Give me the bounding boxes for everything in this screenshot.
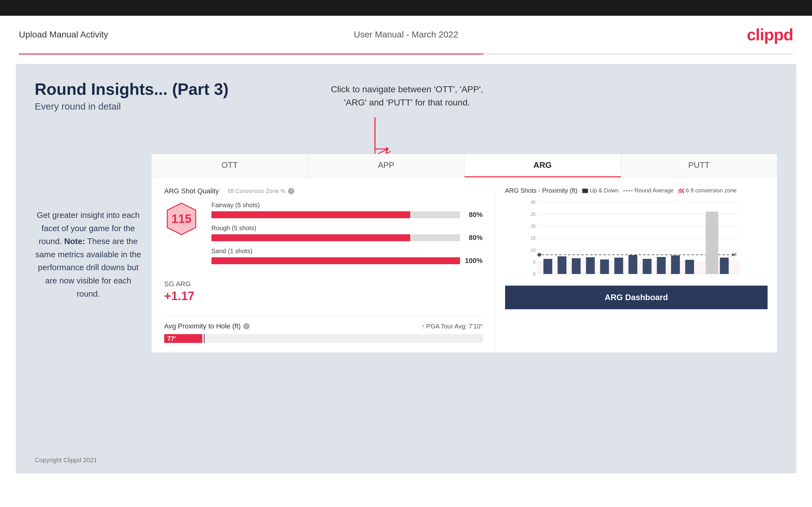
chart-area: 30 25 20 15 10 5 0 [505,199,768,281]
bar-row-rough: Rough (5 shots) 80% [211,225,483,242]
legend-up-down: Up & Down [582,187,618,194]
chart-title-label: ARG Shots - Proximity (ft) [505,187,577,194]
upload-manual-label: Upload Manual Activity [19,30,108,40]
proximity-chart: 30 25 20 15 10 5 0 [505,199,768,281]
svg-rect-28 [586,257,595,274]
svg-text:0: 0 [533,272,536,277]
hex-score: 115 [164,202,199,236]
proximity-bar-fill: 77' [164,334,202,343]
conversion-zone-label: 6ft Conversion Zone % [228,188,286,194]
bar-label-sand: Sand (1 shots) [211,247,483,255]
svg-text:5: 5 [533,260,536,265]
header-divider [19,54,793,54]
pga-avg: ↑ PGA Tour Avg: 7'10" [421,323,483,330]
svg-rect-32 [643,259,651,274]
sg-label: SG ARG [164,280,483,288]
arg-dashboard-button[interactable]: ARG Dashboard [505,286,768,309]
svg-text:30: 30 [530,200,536,205]
sg-value: +1.17 [164,289,483,303]
tab-arg[interactable]: ARG [464,154,621,177]
section-title-row: ARG Shot Quality 6ft Conversion Zone % ? [164,187,483,195]
hex-number: 115 [171,212,191,226]
tab-ott[interactable]: OTT [152,154,308,177]
svg-marker-2 [386,147,389,151]
proximity-cursor [204,334,204,343]
legend-up-down-label: Up & Down [590,187,618,194]
clippd-logo: clippd [747,25,793,44]
svg-rect-24 [706,212,718,274]
legend-solid-icon [582,189,588,193]
bar-track-fairway [211,211,460,218]
note-bold: Note: [64,236,85,246]
bar-label-rough: Rough (5 shots) [211,225,483,232]
svg-rect-34 [671,256,680,274]
svg-rect-29 [600,260,609,274]
legend-conversion-label: 6 ft conversion zone [686,187,737,194]
tab-putt[interactable]: PUTT [621,154,777,177]
proximity-bar-text: 77' [167,335,176,342]
bar-label-fairway: Fairway (5 shots) [211,202,483,209]
bars-section: Fairway (5 shots) 80% Rough (5 shots) [211,202,483,271]
proximity-help-icon[interactable]: ? [243,323,250,329]
proximity-bar-container: 77' [164,334,483,343]
svg-rect-25 [543,259,552,274]
nav-hint: Click to navigate between 'OTT', 'APP', … [331,83,484,109]
bar-pct-sand: 100% [464,257,483,265]
legend-round-avg: Round Average [623,187,674,194]
svg-rect-36 [720,258,728,274]
svg-rect-30 [614,258,623,274]
proximity-title: Avg Proximity to Hole (ft) ? [164,322,250,330]
svg-text:10: 10 [530,247,536,252]
chart-title-row: ARG Shots - Proximity (ft) Up & Down Rou… [505,187,768,194]
svg-rect-27 [571,258,580,274]
header: Upload Manual Activity User Manual - Mar… [0,16,812,54]
legend-dashed-icon [623,190,633,191]
help-icon[interactable]: ? [288,188,294,194]
sg-section: SG ARG +1.17 [164,280,483,303]
bar-row-fairway: Fairway (5 shots) 80% [211,202,483,219]
bar-fill-sand [211,257,460,264]
bar-fill-rough [211,234,410,241]
tab-app[interactable]: APP [308,154,465,177]
svg-rect-33 [657,257,665,274]
footer-copyright: Copyright Clippd 2021 [35,457,97,464]
bar-pct-fairway: 80% [464,211,483,219]
left-description: Get greater insight into each facet of y… [35,209,142,300]
panel-body: ARG Shot Quality 6ft Conversion Zone % ?… [152,178,777,352]
svg-point-21 [537,253,541,257]
tabs-row: OTT APP ARG PUTT [152,154,777,178]
svg-text:25: 25 [530,212,536,217]
svg-rect-26 [557,256,566,274]
bar-track-sand [211,257,460,264]
panel-right: ARG Shots - Proximity (ft) Up & Down Rou… [496,178,777,352]
svg-text:15: 15 [530,235,536,240]
legend-round-avg-label: Round Average [635,187,674,194]
dashboard-panel: OTT APP ARG PUTT ARG Shot Quality 6ft Co… [151,154,777,353]
proximity-section: Avg Proximity to Hole (ft) ? ↑ PGA Tour … [164,316,483,343]
bar-track-rough [211,234,460,241]
bar-fill-fairway [211,211,410,218]
proximity-label: Avg Proximity to Hole (ft) [164,322,241,330]
proximity-header: Avg Proximity to Hole (ft) ? ↑ PGA Tour … [164,322,483,330]
main-content: Round Insights... (Part 3) Every round i… [16,64,796,473]
arg-shot-quality-label: ARG Shot Quality [164,187,219,195]
user-manual-date: User Manual - March 2022 [354,30,458,40]
top-bar [0,0,812,16]
legend-hatched-icon [678,189,684,193]
legend-conversion-zone: 6 ft conversion zone [678,187,737,194]
svg-text:20: 20 [530,224,536,229]
bar-pct-rough: 80% [464,234,483,242]
svg-rect-31 [628,255,637,274]
bar-row-sand: Sand (1 shots) 100% [211,247,483,265]
hex-score-area: 115 Fairway (5 shots) 80% [164,202,483,271]
panel-left: ARG Shot Quality 6ft Conversion Zone % ?… [152,178,496,352]
svg-rect-35 [685,260,694,274]
